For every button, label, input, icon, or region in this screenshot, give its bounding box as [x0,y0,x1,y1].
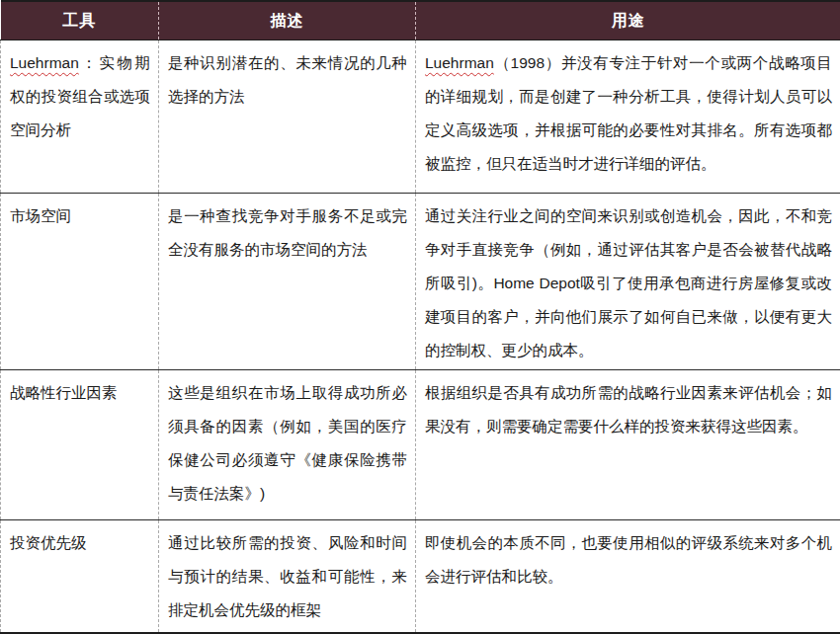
header-row: 工具 描述 用途 [1,1,840,40]
cell-description: 是种识别潜在的、未来情况的几种选择的方法 [159,40,416,194]
cell-usage: 通过关注行业之间的空间来识别或创造机会，因此，不和竞争对手直接竞争（例如，通过评… [416,194,840,370]
table-row: 战略性行业因素这些是组织在市场上取得成功所必须具备的因素（例如，美国的医疗保健公… [1,370,840,520]
text-segment: （1998）并没有专注于针对一个或两个战略项目的详细规划，而是创建了一种分析工具… [425,54,832,172]
misspelled-word: Luehrman [10,54,79,71]
cell-tool: 市场空间 [1,194,159,370]
text-segment: 是种识别潜在的、未来情况的几种选择的方法 [168,54,407,105]
text-segment: 战略性行业因素 [10,384,118,401]
cell-description: 通过比较所需的投资、风险和时间与预计的结果、收益和可能性，来排定机会优先级的框架 [159,520,416,633]
text-segment: 是一种查找竞争对手服务不足或完全没有服务的市场空间的方法 [168,207,407,258]
cell-tool: Luehrman：实物期权的投资组合或选项空间分析 [1,40,159,194]
cell-description: 是一种查找竞争对手服务不足或完全没有服务的市场空间的方法 [159,194,416,370]
text-segment: 即使机会的本质不同，也要使用相似的评级系统来对多个机会进行评估和比较。 [425,534,832,585]
cell-usage: Luehrman（1998）并没有专注于针对一个或两个战略项目的详细规划，而是创… [416,40,840,194]
text-segment: 这些是组织在市场上取得成功所必须具备的因素（例如，美国的医疗保健公司必须遵守《健… [168,384,407,502]
table-row: 市场空间是一种查找竞争对手服务不足或完全没有服务的市场空间的方法通过关注行业之间… [1,194,840,370]
cell-usage: 根据组织是否具有成功所需的战略行业因素来评估机会；如果没有，则需要确定需要什么样… [416,370,840,520]
tools-comparison-table: 工具 描述 用途 Luehrman：实物期权的投资组合或选项空间分析是种识别潜在… [0,0,840,634]
cell-tool: 战略性行业因素 [1,370,159,520]
text-segment: 市场空间 [10,207,71,224]
text-segment: 根据组织是否具有成功所需的战略行业因素来评估机会；如果没有，则需要确定需要什么样… [425,384,832,435]
cell-usage: 即使机会的本质不同，也要使用相似的评级系统来对多个机会进行评估和比较。 [416,520,840,633]
document-page: { "header": { "columns": ["工具", "描述", "用… [0,0,840,634]
table-body: Luehrman：实物期权的投资组合或选项空间分析是种识别潜在的、未来情况的几种… [1,40,840,633]
cell-description: 这些是组织在市场上取得成功所必须具备的因素（例如，美国的医疗保健公司必须遵守《健… [159,370,416,520]
header-cell-tool: 工具 [1,1,159,40]
cell-tool: 投资优先级 [1,520,159,633]
table-header: 工具 描述 用途 [1,1,840,40]
text-segment: 投资优先级 [10,534,87,551]
text-segment: 通过关注行业之间的空间来识别或创造机会，因此，不和竞争对手直接竞争（例如，通过评… [425,207,832,358]
header-cell-usage: 用途 [416,1,840,40]
header-cell-description: 描述 [159,1,416,40]
table-row: 投资优先级通过比较所需的投资、风险和时间与预计的结果、收益和可能性，来排定机会优… [1,520,840,633]
table-row: Luehrman：实物期权的投资组合或选项空间分析是种识别潜在的、未来情况的几种… [1,40,840,194]
misspelled-word: Luehrman [425,54,494,71]
text-segment: 通过比较所需的投资、风险和时间与预计的结果、收益和可能性，来排定机会优先级的框架 [168,534,407,618]
